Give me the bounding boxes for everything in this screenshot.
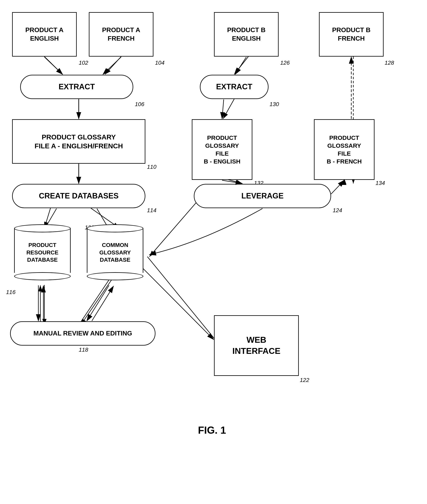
glossary-b-french-label: PRODUCT GLOSSARY FILE B - FRENCH xyxy=(327,134,362,165)
label-128: 128 xyxy=(385,60,394,66)
label-116: 116 xyxy=(6,289,15,295)
web-interface-label: WEB INTERFACE xyxy=(232,334,280,356)
db-bottom-2 xyxy=(87,272,143,280)
label-106: 106 xyxy=(135,101,144,108)
glossary-b-french-box: PRODUCT GLOSSARY FILE B - FRENCH xyxy=(314,119,374,180)
label-104: 104 xyxy=(155,60,165,66)
label-126: 126 xyxy=(280,60,290,66)
extract-b-label: EXTRACT xyxy=(216,82,252,92)
svg-line-6 xyxy=(234,57,248,74)
label-110: 110 xyxy=(147,164,156,170)
glossary-b-english-box: PRODUCT GLOSSARY FILE B - ENGLISH xyxy=(192,119,252,180)
web-interface-box: WEB INTERFACE xyxy=(214,315,299,376)
diagram: PRODUCT A ENGLISH 102 PRODUCT A FRENCH 1… xyxy=(0,0,427,504)
product-b-french-label: PRODUCT B FRENCH xyxy=(332,26,370,43)
extract-a-box: EXTRACT xyxy=(20,75,133,99)
create-databases-box: CREATE DATABASES xyxy=(12,184,145,208)
db-body-2: COMMON GLOSSARY DATABASE xyxy=(87,228,143,273)
db-top-1 xyxy=(14,224,71,232)
svg-line-3 xyxy=(105,57,121,74)
svg-line-19 xyxy=(147,257,222,347)
leverage-label: LEVERAGE xyxy=(241,191,283,201)
label-118: 118 xyxy=(79,346,88,353)
svg-line-36 xyxy=(92,286,114,321)
fig-caption-text: FIG. 1 xyxy=(198,425,226,436)
label-130: 130 xyxy=(269,101,279,108)
extract-b-box: EXTRACT xyxy=(200,75,268,99)
svg-line-22 xyxy=(44,57,63,74)
svg-line-26 xyxy=(235,57,246,74)
svg-line-23 xyxy=(103,57,121,74)
svg-line-35 xyxy=(87,285,109,321)
svg-line-28 xyxy=(222,180,242,183)
manual-review-box: MANUAL REVIEW AND EDITING xyxy=(10,321,155,346)
figure-caption: FIG. 1 xyxy=(161,424,262,436)
product-a-english-label: PRODUCT A ENGLISH xyxy=(25,26,63,43)
manual-review-label: MANUAL REVIEW AND EDITING xyxy=(33,329,132,338)
product-a-french-box: PRODUCT A FRENCH xyxy=(89,12,153,57)
common-glossary-db-label: COMMON GLOSSARY DATABASE xyxy=(99,242,131,264)
svg-line-2 xyxy=(44,57,63,74)
product-resource-db-label: PRODUCT RESOURCE DATABASE xyxy=(26,242,59,264)
product-a-english-box: PRODUCT A ENGLISH xyxy=(12,12,77,57)
leverage-box: LEVERAGE xyxy=(194,184,331,208)
label-134: 134 xyxy=(375,180,385,186)
glossary-a-box: PRODUCT GLOSSARY FILE A - ENGLISH/FRENCH xyxy=(12,119,145,164)
label-102: 102 xyxy=(79,60,88,66)
glossary-a-label: PRODUCT GLOSSARY FILE A - ENGLISH/FRENCH xyxy=(35,133,123,150)
svg-line-14 xyxy=(149,196,202,257)
db-bottom-1 xyxy=(14,272,71,280)
svg-line-27 xyxy=(222,99,224,119)
extract-a-label: EXTRACT xyxy=(59,82,95,92)
svg-line-29 xyxy=(331,180,344,194)
product-b-french-box: PRODUCT B FRENCH xyxy=(319,12,384,57)
svg-line-7 xyxy=(223,99,234,119)
create-databases-label: CREATE DATABASES xyxy=(39,191,119,201)
common-glossary-db: COMMON GLOSSARY DATABASE xyxy=(87,224,143,285)
product-b-english-label: PRODUCT B ENGLISH xyxy=(227,26,266,43)
db-top-2 xyxy=(87,224,143,232)
product-a-french-label: PRODUCT A FRENCH xyxy=(102,26,140,43)
product-b-english-box: PRODUCT B ENGLISH xyxy=(214,12,279,57)
label-122: 122 xyxy=(300,377,309,383)
product-resource-db: PRODUCT RESOURCE DATABASE xyxy=(14,224,71,285)
label-124: 124 xyxy=(333,207,342,214)
label-114: 114 xyxy=(147,207,156,214)
glossary-b-english-label: PRODUCT GLOSSARY FILE B - ENGLISH xyxy=(204,134,240,165)
db-body-1: PRODUCT RESOURCE DATABASE xyxy=(14,228,71,273)
